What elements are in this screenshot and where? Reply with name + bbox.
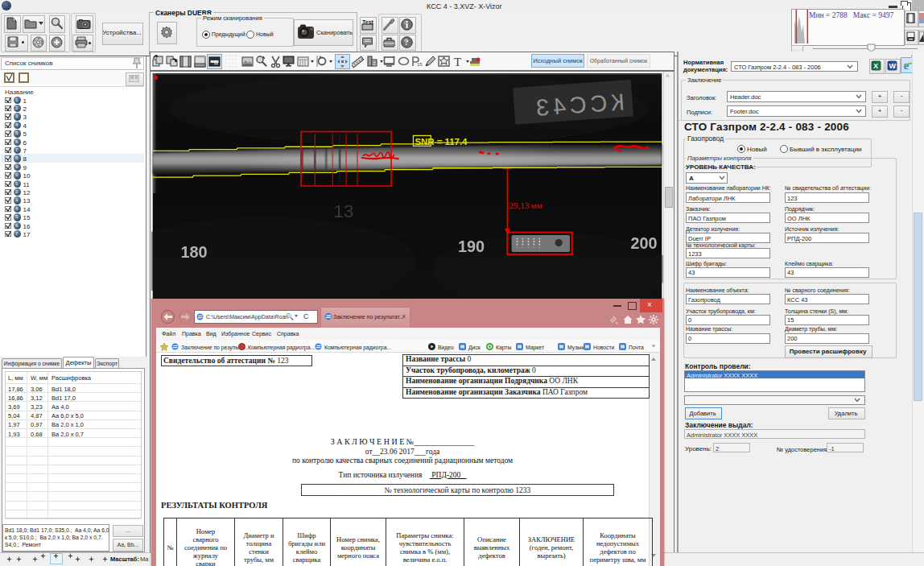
svg-text:15: 15: [417, 62, 423, 67]
svg-text:200: 200: [631, 234, 658, 252]
svg-text:190: 190: [458, 238, 485, 255]
svg-text:13: 13: [333, 200, 353, 221]
svg-text:180: 180: [181, 243, 208, 261]
svg-text:?: ?: [405, 38, 409, 47]
svg-text:29,13 мм: 29,13 мм: [509, 200, 542, 210]
svg-text:W: W: [889, 62, 897, 70]
svg-text:T: T: [454, 56, 461, 68]
svg-text:SNR = 117.4: SNR = 117.4: [415, 137, 468, 147]
svg-text:Test: Test: [362, 19, 373, 25]
svg-text:X: X: [873, 62, 878, 70]
